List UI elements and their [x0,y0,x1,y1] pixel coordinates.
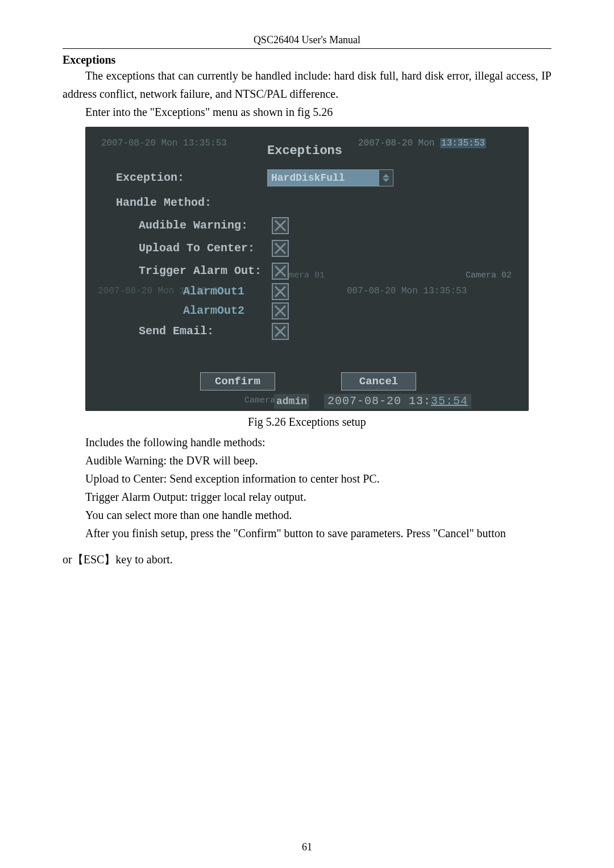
label-exception: Exception: [116,171,184,184]
exception-dropdown-value: HardDiskFull [268,170,379,186]
after-7: or【ESC】key to abort. [63,550,551,568]
footer-minutes: 35: [431,394,453,408]
checkbox-trigger-alarm-out[interactable] [272,263,289,280]
page-header: QSC26404 User's Manual [63,34,551,49]
after-5: You can select more than one handle meth… [63,506,551,524]
label-alarmout1: AlarmOut1 [183,285,244,298]
checkbox-alarmout2[interactable] [272,302,289,319]
section-title: Exceptions [63,53,551,67]
dropdown-arrows-icon [379,170,393,186]
label-audible-warning: Audible Warning: [139,219,248,232]
label-trigger-alarm-out: Trigger Alarm Out: [139,264,262,277]
user-badge: admin [274,394,309,409]
paragraph-2: Enter into the "Exceptions" menu as show… [63,103,551,121]
paragraph-1: The exceptions that can currently be han… [63,67,551,103]
exception-dropdown[interactable]: HardDiskFull [267,169,393,186]
label-alarmout2: AlarmOut2 [183,304,244,317]
timestamp-tr-time: 13:35:53 [440,138,486,148]
checkbox-audible-warning[interactable] [272,217,289,234]
footer-date: 2007-08-20 13: [327,394,431,408]
checkbox-upload-to-center[interactable] [272,240,289,257]
page-number: 61 [63,841,551,853]
timestamp-top-right: 2007-08-20 Mon 13:35:53 [358,138,486,148]
label-handle-method: Handle Method: [116,196,211,209]
label-send-email: Send Email: [139,325,214,338]
menu-title: Exceptions [267,144,342,158]
cancel-button[interactable]: Cancel [341,372,416,391]
footer-datetime: 2007-08-20 13:35:54 [324,394,471,409]
after-2: Audible Warning: the DVR will beep. [63,451,551,470]
confirm-button[interactable]: Confirm [200,372,275,391]
after-4: Trigger Alarm Output: trigger local rela… [63,488,551,506]
label-upload-to-center: Upload To Center: [139,242,255,255]
timestamp-mid-right: 007-08-20 Mon 13:35:53 [347,286,467,296]
checkbox-send-email[interactable] [272,323,289,340]
figure-caption: Fig 5.26 Exceptions setup [63,416,551,429]
after-3: Upload to Center: Send exception informa… [63,470,551,488]
checkbox-alarmout1[interactable] [272,283,289,300]
footer-seconds: 54 [453,394,468,408]
timestamp-top-left: 2007-08-20 Mon 13:35:53 [101,138,227,148]
after-6: After you finish setup, press the "Confi… [63,524,551,542]
exceptions-screenshot: 2007-08-20 Mon 13:35:53 2007-08-20 Mon 1… [85,127,529,411]
camera-02-label: Camera 02 [466,271,512,280]
after-1: Includes the following handle methods: [63,433,551,451]
timestamp-tr-date: 2007-08-20 Mon [358,138,440,148]
